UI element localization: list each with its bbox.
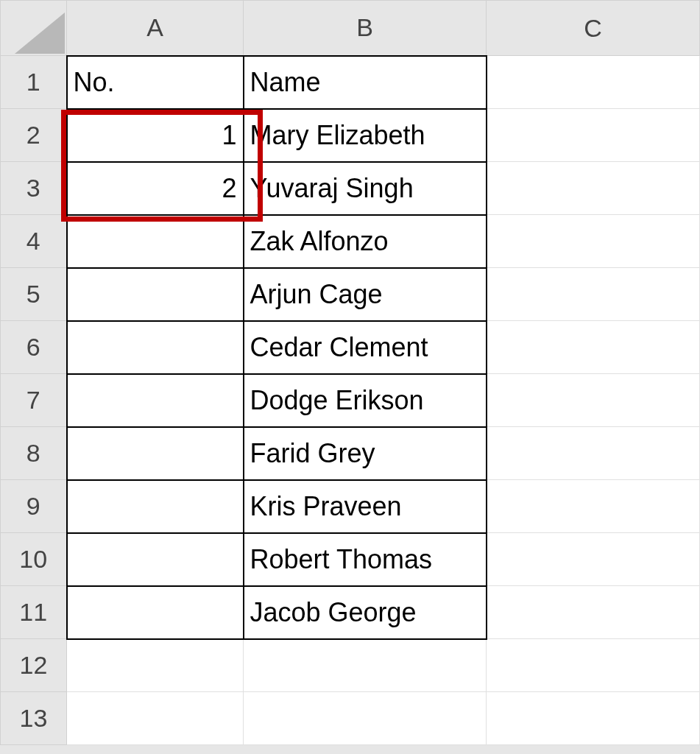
column-header-B[interactable]: B <box>244 1 487 56</box>
cell-A3[interactable]: 2 <box>67 162 244 215</box>
cell-C13[interactable] <box>487 692 700 745</box>
row-header-12[interactable]: 12 <box>1 639 67 692</box>
row-header-5[interactable]: 5 <box>1 268 67 321</box>
cell-A8[interactable] <box>67 427 244 480</box>
cell-C2[interactable] <box>487 109 700 162</box>
row-header-8[interactable]: 8 <box>1 427 67 480</box>
cell-A1[interactable]: No. <box>67 56 244 109</box>
cell-A5[interactable] <box>67 268 244 321</box>
cell-C7[interactable] <box>487 374 700 427</box>
cell-C1[interactable] <box>487 56 700 109</box>
cell-B13[interactable] <box>244 692 487 745</box>
cell-B1[interactable]: Name <box>244 56 487 109</box>
cell-C3[interactable] <box>487 162 700 215</box>
cell-B4[interactable]: Zak Alfonzo <box>244 215 487 268</box>
cell-C12[interactable] <box>487 639 700 692</box>
select-all-corner[interactable] <box>1 1 67 56</box>
row-header-2[interactable]: 2 <box>1 109 67 162</box>
row-header-13[interactable]: 13 <box>1 692 67 745</box>
cell-A4[interactable] <box>67 215 244 268</box>
cell-C4[interactable] <box>487 215 700 268</box>
cell-A2[interactable]: 1 <box>67 109 244 162</box>
cell-B2[interactable]: Mary Elizabeth <box>244 109 487 162</box>
row-header-3[interactable]: 3 <box>1 162 67 215</box>
row-header-7[interactable]: 7 <box>1 374 67 427</box>
cell-B8[interactable]: Farid Grey <box>244 427 487 480</box>
cell-B7[interactable]: Dodge Erikson <box>244 374 487 427</box>
cell-B12[interactable] <box>244 639 487 692</box>
cell-B10[interactable]: Robert Thomas <box>244 533 487 586</box>
column-header-C[interactable]: C <box>487 1 700 56</box>
cell-B6[interactable]: Cedar Clement <box>244 321 487 374</box>
cell-B9[interactable]: Kris Praveen <box>244 480 487 533</box>
cell-B5[interactable]: Arjun Cage <box>244 268 487 321</box>
row-header-11[interactable]: 11 <box>1 586 67 639</box>
cell-A10[interactable] <box>67 533 244 586</box>
select-all-triangle-icon <box>15 13 65 54</box>
row-header-6[interactable]: 6 <box>1 321 67 374</box>
row-header-4[interactable]: 4 <box>1 215 67 268</box>
column-header-A[interactable]: A <box>67 1 244 56</box>
cell-C8[interactable] <box>487 427 700 480</box>
cell-A9[interactable] <box>67 480 244 533</box>
cell-B3[interactable]: Yuvaraj Singh <box>244 162 487 215</box>
cell-C5[interactable] <box>487 268 700 321</box>
cell-C11[interactable] <box>487 586 700 639</box>
cell-C6[interactable] <box>487 321 700 374</box>
spreadsheet-grid[interactable]: A B C 1 No. Name 2 1 Mary Elizabeth 3 2 … <box>0 0 700 745</box>
cell-B11[interactable]: Jacob George <box>244 586 487 639</box>
row-header-10[interactable]: 10 <box>1 533 67 586</box>
cell-C9[interactable] <box>487 480 700 533</box>
cell-A11[interactable] <box>67 586 244 639</box>
row-header-1[interactable]: 1 <box>1 56 67 109</box>
cell-A7[interactable] <box>67 374 244 427</box>
row-header-9[interactable]: 9 <box>1 480 67 533</box>
cell-A12[interactable] <box>67 639 244 692</box>
cell-A13[interactable] <box>67 692 244 745</box>
cell-C10[interactable] <box>487 533 700 586</box>
cell-A6[interactable] <box>67 321 244 374</box>
